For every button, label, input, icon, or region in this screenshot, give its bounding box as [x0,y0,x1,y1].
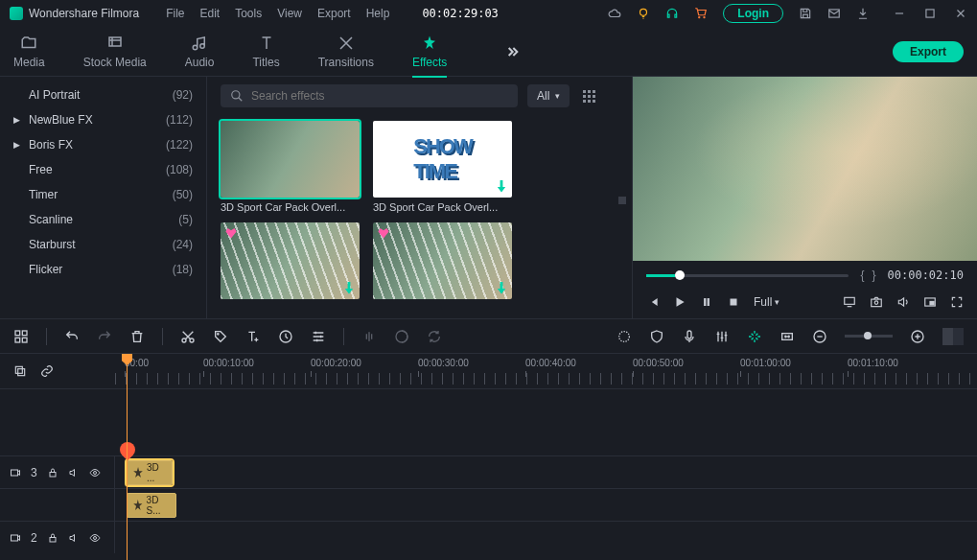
mute-icon[interactable] [68,467,80,478]
category-boris-fx[interactable]: ▶Boris FX(122) [0,132,206,157]
tab-effects[interactable]: Effects [412,35,447,69]
mark-in-icon[interactable]: { [860,268,864,282]
link-icon[interactable] [40,364,54,378]
svg-rect-28 [50,472,56,477]
effect-thumb-4[interactable] [373,222,512,299]
shield-icon[interactable] [649,329,664,344]
mixer-icon[interactable] [714,329,730,344]
titlebar-timecode: 00:02:29:03 [422,7,498,20]
track-video-2: 2 [0,521,977,553]
category-ai-portrait[interactable]: AI Portrait(92) [0,82,206,107]
grid-view-icon[interactable] [583,90,595,103]
cloud-icon[interactable] [608,7,621,20]
playhead[interactable] [127,354,128,560]
app-name: Wondershare Filmora [29,7,139,20]
effect-thumb-3[interactable] [221,222,360,299]
filter-dropdown[interactable]: All▾ [527,84,570,107]
redo-icon[interactable] [97,329,112,344]
menu-view[interactable]: View [277,7,302,20]
adjust-icon[interactable] [311,329,326,344]
headset-icon[interactable] [665,7,679,20]
pip-icon[interactable] [923,295,937,309]
maximize-icon[interactable] [923,7,937,20]
tab-stock-media[interactable]: Stock Media [83,35,147,69]
lock-icon[interactable] [47,467,58,478]
export-button[interactable]: Export [893,41,964,62]
mail-icon[interactable] [827,7,841,20]
tab-transitions[interactable]: Transitions [318,35,374,69]
mute-icon[interactable] [68,532,80,544]
preview-monitor[interactable] [633,77,977,261]
search-input[interactable] [251,89,508,103]
more-tabs-icon[interactable] [504,44,520,59]
eye-icon[interactable] [89,532,101,544]
stop-icon[interactable] [727,295,740,309]
category-timer[interactable]: Timer(50) [0,182,206,207]
effect-thumb-1[interactable]: 3D Sport Car Pack Overl... [221,121,360,213]
cut-icon[interactable] [180,329,196,344]
download-icon[interactable] [856,7,870,20]
category-starburst[interactable]: Starburst(24) [0,232,206,257]
heart-icon [377,226,390,240]
zoom-out-icon[interactable] [812,329,827,344]
speed-icon[interactable] [278,329,293,344]
text-add-icon[interactable] [245,329,261,344]
effect-thumb-2[interactable]: SHOWTIME3D Sport Car Pack Overl... [373,121,512,213]
volume-icon[interactable] [896,295,910,309]
delete-icon[interactable] [129,329,145,344]
timeline-ruler[interactable]: 00:00 00:00:10:00 00:00:20:00 00:00:30:0… [115,354,977,388]
tag-icon[interactable] [213,329,228,344]
quality-dropdown[interactable]: Full▾ [754,295,779,309]
menu-edit[interactable]: Edit [200,7,221,20]
tab-media[interactable]: Media [13,35,45,69]
preview-scrubber[interactable] [646,274,849,277]
category-flicker[interactable]: Flicker(18) [0,257,206,282]
lock-icon[interactable] [47,532,58,544]
fullscreen-icon[interactable] [950,295,964,309]
display-icon[interactable] [843,295,856,309]
cart-icon[interactable] [694,7,708,20]
search-effects[interactable] [221,84,518,107]
svg-rect-10 [930,301,934,305]
pause-icon[interactable] [700,295,713,309]
eye-icon[interactable] [89,467,101,478]
snapshot-icon[interactable] [870,295,883,309]
play-icon[interactable] [673,295,686,309]
zoom-slider[interactable] [845,335,893,338]
mark-out-icon[interactable]: } [872,268,876,282]
login-button[interactable]: Login [723,4,783,23]
color-icon[interactable] [394,329,409,344]
audio-wave-icon[interactable] [361,329,377,344]
category-scanline[interactable]: Scanline(5) [0,207,206,232]
close-icon[interactable] [954,7,967,20]
auto-reframe-icon[interactable] [747,329,762,344]
tab-titles[interactable]: Titles [252,35,279,69]
idea-icon[interactable] [637,7,650,20]
refresh-icon[interactable] [427,329,442,344]
menu-tools[interactable]: Tools [235,7,262,20]
chevron-right-icon: ▶ [13,140,20,150]
svg-point-17 [218,333,219,334]
prev-frame-icon[interactable] [646,295,660,309]
undo-icon[interactable] [64,329,80,344]
fit-icon[interactable] [779,329,795,344]
tab-audio[interactable]: Audio [185,35,215,69]
marker-dotted-icon[interactable] [616,329,632,344]
duplicate-icon[interactable] [13,364,27,378]
category-newblue-fx[interactable]: ▶NewBlue FX(112) [0,107,206,132]
save-icon[interactable] [799,7,812,20]
menu-file[interactable]: File [166,7,184,20]
mic-icon[interactable] [682,329,697,344]
minimize-icon[interactable] [893,7,906,20]
category-free[interactable]: Free(108) [0,157,206,182]
track-video-icon[interactable] [10,532,21,544]
timeline-clip[interactable]: 3D S... [127,493,176,518]
menu-export[interactable]: Export [317,7,351,20]
select-tool-icon[interactable] [13,329,29,344]
scrollbar[interactable] [618,197,626,204]
zoom-in-icon[interactable] [910,329,925,344]
timeline-clip[interactable]: 3D ... [127,460,173,485]
track-video-icon[interactable] [10,467,21,478]
menu-help[interactable]: Help [366,7,390,20]
svg-rect-3 [109,37,121,46]
